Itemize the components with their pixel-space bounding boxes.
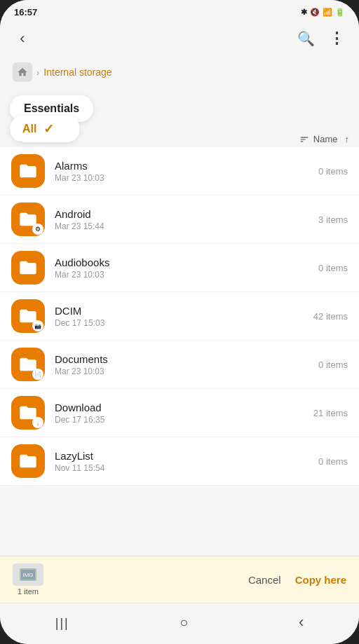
folder-icon-audiobooks [11, 251, 45, 285]
mute-icon: 🔇 [310, 8, 320, 17]
download-badge-icon: ↓ [32, 417, 43, 428]
file-info-lazylist: LazyList Nov 11 15:54 [55, 450, 309, 473]
filter-dropdown[interactable]: All ✓ [10, 116, 80, 142]
file-count: 0 items [318, 263, 348, 273]
bluetooth-icon: ✱ [301, 8, 307, 17]
folder-icon-documents: 📄 [11, 348, 45, 381]
dcim-badge-icon: 📷 [32, 320, 43, 331]
file-info-audiobooks: Audiobooks Mar 23 10:03 [55, 256, 309, 280]
more-icon: ⋮ [329, 29, 344, 48]
search-icon: 🔍 [297, 30, 315, 47]
file-name: Audiobooks [55, 256, 309, 268]
cancel-button[interactable]: Cancel [248, 574, 281, 586]
battery-icon: 🔋 [335, 8, 345, 17]
file-name: Android [55, 208, 309, 220]
file-date: Nov 11 15:54 [55, 463, 309, 473]
breadcrumb-arrow: › [36, 67, 39, 78]
toolbar-left: ‹ [8, 25, 36, 53]
toolbar: ‹ 🔍 ⋮ [0, 22, 359, 58]
nav-bar: ||| ○ ‹ [0, 603, 359, 644]
nav-home-icon: ○ [180, 615, 188, 630]
file-name: LazyList [55, 450, 309, 462]
list-item[interactable]: 📷 DCIM Dec 17 15:03 42 items [0, 292, 359, 341]
thumbnail-icon: IMG [13, 563, 43, 586]
more-button[interactable]: ⋮ [323, 25, 351, 53]
file-name: Alarms [55, 160, 309, 172]
bottom-action-bar: IMG 1 item Cancel Copy here [0, 556, 359, 603]
documents-badge-icon: 📄 [32, 369, 43, 380]
sort-arrow-icon[interactable]: ↑ [345, 134, 350, 144]
file-count: 0 items [318, 359, 348, 370]
file-count: 42 items [313, 311, 348, 322]
file-date: Mar 23 10:03 [55, 173, 309, 183]
phone-frame: 16:57 ✱ 🔇 📶 🔋 ‹ 🔍 ⋮ [0, 0, 359, 644]
file-info-download: Download Dec 17 16:35 [55, 402, 304, 425]
folder-icon-lazylist [11, 444, 45, 478]
file-date: Mar 23 10:03 [55, 270, 309, 280]
bottom-actions-right: Cancel Copy here [248, 574, 346, 586]
list-item[interactable]: ↓ Download Dec 17 16:35 21 items [0, 389, 359, 437]
breadcrumb: › Internal storage [0, 58, 359, 89]
file-info-alarms: Alarms Mar 23 10:03 [55, 160, 309, 183]
file-date: Mar 23 15:44 [55, 221, 309, 231]
file-date: Dec 17 16:35 [55, 415, 304, 425]
status-time: 16:57 [14, 7, 37, 18]
sort-name-label[interactable]: Name [299, 134, 338, 144]
folder-icon-download: ↓ [11, 396, 45, 430]
file-name: Download [55, 402, 304, 413]
android-badge-icon: ⚙ [32, 224, 43, 235]
folder-icon-dcim: 📷 [11, 299, 45, 333]
file-list: Alarms Mar 23 10:03 0 items ⚙ Android Ma… [0, 147, 359, 556]
file-info-android: Android Mar 23 15:44 [55, 208, 309, 231]
file-info-dcim: DCIM Dec 17 15:03 [55, 305, 304, 328]
status-bar: 16:57 ✱ 🔇 📶 🔋 [0, 0, 359, 22]
svg-text:IMG: IMG [22, 572, 33, 578]
nav-menu-button[interactable]: ||| [44, 610, 81, 634]
file-date: Mar 23 10:03 [55, 366, 309, 376]
list-item[interactable]: LazyList Nov 11 15:54 0 items [0, 437, 359, 486]
copy-here-button[interactable]: Copy here [295, 574, 346, 586]
filter-label: All [22, 123, 36, 135]
filter-check-icon: ✓ [43, 121, 54, 137]
wifi-icon: 📶 [323, 8, 332, 17]
folder-icon-alarms [11, 154, 45, 188]
toolbar-right: 🔍 ⋮ [292, 25, 351, 53]
search-button[interactable]: 🔍 [292, 25, 320, 53]
file-name: DCIM [55, 305, 304, 317]
list-item[interactable]: ⚙ Android Mar 23 15:44 3 items [0, 196, 359, 244]
file-name: Documents [55, 353, 309, 365]
back-button[interactable]: ‹ [8, 25, 36, 53]
list-item[interactable]: Audiobooks Mar 23 10:03 0 items [0, 244, 359, 292]
file-date: Dec 17 15:03 [55, 318, 304, 328]
file-count: 0 items [318, 166, 348, 177]
file-count: 3 items [318, 214, 348, 225]
list-item[interactable]: Alarms Mar 23 10:03 0 items [0, 147, 359, 196]
file-count: 0 items [318, 456, 348, 467]
nav-home-button[interactable]: ○ [168, 610, 199, 634]
selected-item-thumbnail: IMG 1 item [13, 563, 43, 596]
nav-back-icon: ‹ [299, 613, 304, 631]
status-icons: ✱ 🔇 📶 🔋 [301, 8, 345, 17]
file-count: 21 items [313, 408, 348, 418]
back-icon: ‹ [20, 29, 25, 48]
nav-menu-icon: ||| [55, 616, 69, 630]
file-info-documents: Documents Mar 23 10:03 [55, 353, 309, 376]
folder-icon-android: ⚙ [11, 203, 45, 236]
home-icon[interactable] [13, 62, 32, 82]
list-item[interactable]: 📄 Documents Mar 23 10:03 0 items [0, 341, 359, 389]
selected-count-label: 1 item [18, 587, 39, 596]
sort-name-text: Name [313, 134, 338, 144]
nav-back-button[interactable]: ‹ [287, 610, 315, 634]
essentials-label: Essentials [24, 102, 79, 114]
breadcrumb-label[interactable]: Internal storage [43, 67, 111, 78]
